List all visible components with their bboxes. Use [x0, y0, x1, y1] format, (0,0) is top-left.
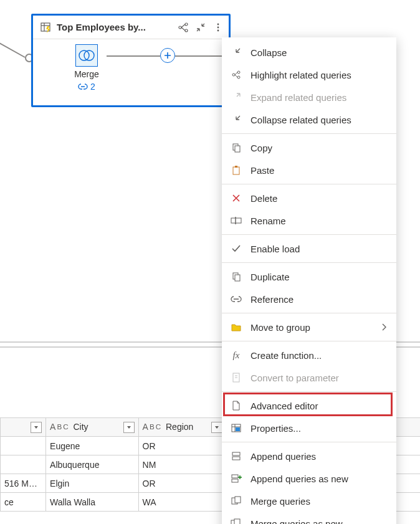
svg-rect-23 — [235, 166, 237, 168]
filter-dropdown-icon[interactable] — [211, 422, 222, 433]
svg-line-18 — [235, 72, 237, 75]
menu-paste[interactable]: Paste — [222, 159, 396, 181]
menu-merge-queries-new[interactable]: Merge queries as new — [222, 512, 396, 524]
menu-separator — [222, 133, 396, 134]
menu-merge-queries[interactable]: Merge queries — [222, 490, 396, 512]
add-step-button[interactable] — [160, 48, 175, 63]
link-count-value: 2 — [90, 82, 95, 92]
append-new-icon — [229, 472, 243, 485]
menu-label: Create function... — [251, 350, 386, 361]
menu-properties[interactable]: Properties... — [222, 417, 396, 439]
menu-duplicate[interactable]: Duplicate — [222, 265, 396, 288]
query-node[interactable]: Top Employees by... — [31, 14, 231, 107]
menu-reference[interactable]: Reference — [222, 288, 396, 310]
svg-line-0 — [0, 40, 25, 57]
menu-separator — [222, 442, 396, 442]
menu-separator — [222, 234, 396, 235]
svg-rect-24 — [231, 218, 241, 223]
fx-icon: fx — [229, 348, 243, 362]
menu-separator — [222, 313, 396, 313]
rename-icon — [229, 214, 243, 227]
text-type-icon: ABC — [50, 422, 69, 432]
menu-delete[interactable]: Delete — [222, 187, 396, 209]
column-header-city[interactable]: ABC City — [46, 418, 138, 437]
filter-dropdown-icon[interactable] — [31, 422, 42, 433]
svg-point-7 — [185, 29, 188, 32]
step-connector-line-right — [175, 55, 229, 57]
menu-label: Append queries — [251, 451, 386, 462]
query-node-header: Top Employees by... — [33, 16, 229, 39]
menu-collapse[interactable]: Collapse — [222, 41, 396, 64]
menu-append-queries-new[interactable]: Append queries as new — [222, 467, 396, 490]
folder-icon — [229, 320, 243, 334]
svg-rect-40 — [235, 497, 241, 503]
menu-enable-load[interactable]: Enable load — [222, 237, 396, 260]
menu-create-function[interactable]: fx Create function... — [222, 344, 396, 366]
dependency-tree-icon — [229, 68, 243, 82]
svg-point-6 — [185, 23, 188, 26]
incoming-connector-line — [0, 46, 25, 59]
menu-move-to-group[interactable]: Move to group — [222, 316, 396, 338]
svg-rect-36 — [232, 457, 240, 460]
menu-label: Reference — [251, 294, 386, 305]
merge-venn-icon — [75, 44, 98, 67]
menu-label: Copy — [251, 143, 386, 153]
link-count[interactable]: 2 — [78, 82, 95, 92]
menu-label: Collapse — [251, 47, 386, 58]
svg-point-15 — [232, 74, 235, 76]
dependency-tree-icon[interactable] — [176, 21, 190, 34]
menu-advanced-editor[interactable]: Advanced editor — [222, 394, 396, 417]
merge-icon — [229, 494, 243, 508]
column-header-region[interactable]: ABC Region — [138, 418, 226, 437]
table-lightning-icon — [39, 21, 53, 34]
svg-point-17 — [237, 76, 240, 79]
link-icon — [229, 292, 243, 306]
menu-label: Merge queries — [251, 496, 386, 507]
chevron-right-icon — [381, 323, 386, 331]
link-icon — [78, 83, 88, 90]
menu-collapse-related[interactable]: Collapse related queries — [222, 108, 396, 131]
column-label: City — [74, 422, 88, 432]
menu-separator — [222, 184, 396, 184]
menu-label: Move to group — [251, 322, 374, 333]
filter-dropdown-icon[interactable] — [123, 422, 135, 433]
menu-label: Enable load — [251, 244, 386, 254]
merge-step-label: Merge — [67, 69, 107, 79]
expand-diagonal-icon — [229, 90, 243, 104]
menu-separator — [222, 391, 396, 392]
query-node-body: Merge 2 — [33, 39, 229, 107]
menu-label: Collapse related queries — [251, 115, 386, 125]
duplicate-icon — [229, 270, 243, 283]
menu-separator — [222, 341, 396, 341]
menu-label: Rename — [251, 216, 386, 226]
menu-label: Merge queries as new — [251, 518, 386, 525]
svg-point-10 — [217, 23, 219, 25]
menu-convert-to-parameter: Convert to parameter — [222, 366, 396, 389]
parameter-icon — [229, 371, 243, 384]
append-icon — [229, 449, 243, 463]
svg-rect-35 — [232, 452, 240, 455]
svg-point-12 — [217, 29, 219, 31]
menu-append-queries[interactable]: Append queries — [222, 445, 396, 467]
svg-rect-42 — [234, 519, 240, 524]
svg-point-16 — [237, 71, 240, 74]
checkmark-icon — [229, 242, 243, 255]
collapse-diagonal-icon[interactable] — [194, 21, 208, 34]
menu-highlight-related[interactable]: Highlight related queries — [222, 64, 396, 86]
paste-icon — [229, 163, 243, 177]
menu-label: Convert to parameter — [251, 373, 386, 383]
menu-rename[interactable]: Rename — [222, 209, 396, 232]
svg-point-11 — [217, 26, 219, 28]
menu-label: Highlight related queries — [251, 70, 386, 80]
merge-step[interactable]: Merge 2 — [67, 44, 107, 92]
column-header-0[interactable] — [1, 418, 46, 437]
more-options-icon[interactable] — [211, 21, 225, 34]
menu-label: Properties... — [251, 423, 386, 434]
svg-rect-21 — [235, 146, 240, 152]
svg-rect-22 — [233, 167, 239, 174]
menu-label: Advanced editor — [251, 401, 386, 411]
menu-label: Delete — [251, 193, 386, 204]
copy-icon — [229, 141, 243, 155]
menu-copy[interactable]: Copy — [222, 136, 396, 159]
menu-label: Duplicate — [251, 272, 386, 282]
